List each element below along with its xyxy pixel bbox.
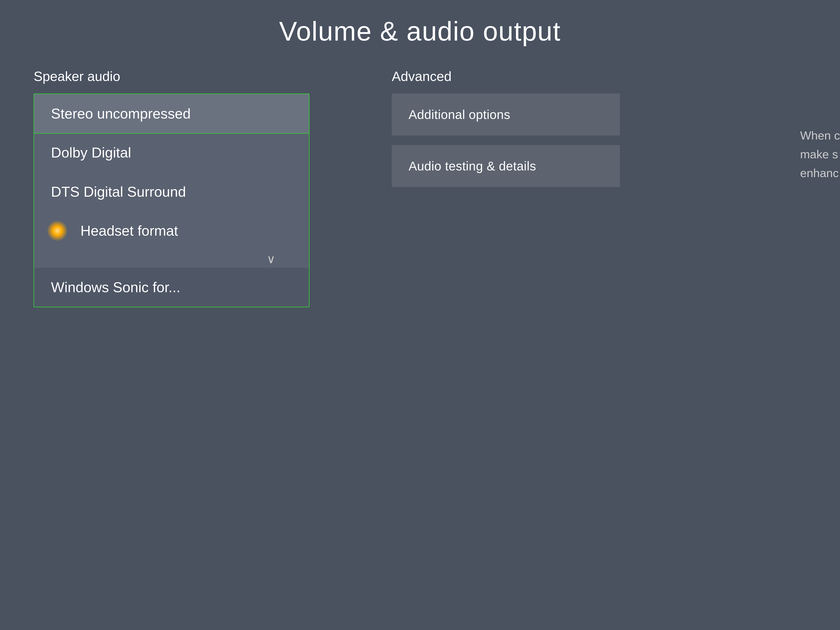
additional-options-button[interactable]: Additional options (392, 93, 620, 136)
dropdown-item-headset-format[interactable]: Headset format (34, 211, 309, 250)
side-text: When c make s enhanc (800, 126, 840, 183)
page-wrapper: Volume & audio output Speaker audio Ster… (0, 0, 840, 630)
right-panel: Advanced Additional options Audio testin… (392, 69, 806, 617)
side-text-line1: When c (800, 129, 840, 142)
content-area: Speaker audio Stereo uncompressed Dolby … (0, 56, 840, 630)
dropdown-item-windows-sonic[interactable]: Windows Sonic for... (34, 268, 309, 307)
side-text-line3: enhanc (800, 166, 839, 180)
side-text-line2: make s (800, 148, 838, 161)
advanced-label: Advanced (392, 69, 806, 84)
dropdown-item-dolby-digital[interactable]: Dolby Digital (34, 133, 309, 172)
dropdown-item-dts-digital-surround[interactable]: DTS Digital Surround (34, 172, 309, 211)
headset-glow-icon (47, 220, 68, 241)
dropdown-item-stereo-uncompressed[interactable]: Stereo uncompressed (33, 93, 309, 134)
left-panel: Speaker audio Stereo uncompressed Dolby … (33, 69, 358, 617)
dropdown-item-label-windows-sonic: Windows Sonic for... (51, 279, 180, 295)
dropdown-item-label-dts: DTS Digital Surround (51, 184, 186, 200)
chevron-down-icon: ∨ (267, 252, 275, 266)
dropdown-item-label-headset: Headset format (81, 223, 178, 239)
dropdown-item-label-dolby: Dolby Digital (51, 145, 131, 161)
audio-testing-details-button[interactable]: Audio testing & details (392, 145, 620, 187)
speaker-audio-dropdown[interactable]: Stereo uncompressed Dolby Digital DTS Di… (33, 93, 309, 307)
dropdown-chevron-row: ∨ (34, 250, 309, 268)
speaker-audio-label: Speaker audio (33, 69, 358, 84)
advanced-buttons: Additional options Audio testing & detai… (392, 93, 620, 187)
page-title: Volume & audio output (0, 0, 840, 56)
dropdown-item-label-stereo: Stereo uncompressed (51, 106, 191, 122)
